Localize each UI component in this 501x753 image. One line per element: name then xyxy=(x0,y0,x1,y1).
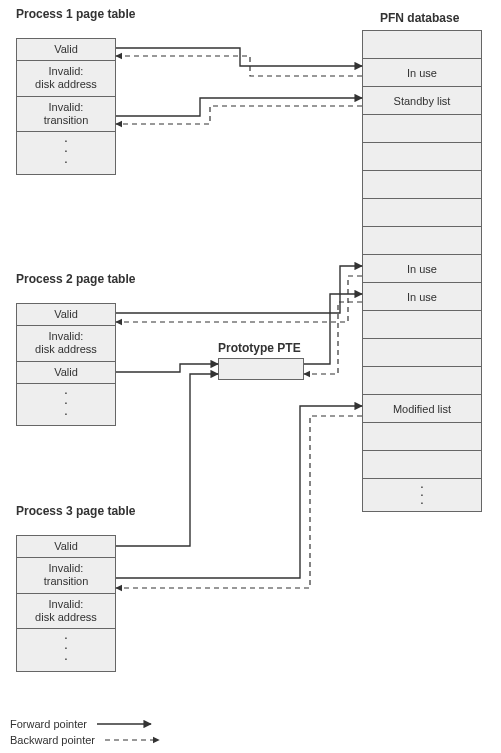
process1-table: Valid Invalid: disk address Invalid: tra… xyxy=(16,38,116,175)
p3-entry-invalid-disk: Invalid: disk address xyxy=(17,594,115,629)
p2-entry-invalid-disk: Invalid: disk address xyxy=(17,326,115,361)
pfn-row-standby: Standby list xyxy=(363,87,481,115)
diagram-stage: Process 1 page table Process 2 page tabl… xyxy=(0,0,501,753)
pfn-row xyxy=(363,143,481,171)
ellipsis xyxy=(17,415,115,425)
legend-backward: Backward pointer xyxy=(10,734,163,746)
process2-table: Valid Invalid: disk address Valid . . . xyxy=(16,303,116,426)
pfn-row-inuse: In use xyxy=(363,255,481,283)
ellipsis xyxy=(17,660,115,670)
p1-entry-invalid-transition: Invalid: transition xyxy=(17,97,115,132)
pfn-row-modified: Modified list xyxy=(363,395,481,423)
legend-backward-label: Backward pointer xyxy=(10,734,95,746)
p1-entry-valid: Valid xyxy=(17,39,115,61)
p2-entry-valid: Valid xyxy=(17,304,115,326)
pfn-row xyxy=(363,423,481,451)
pfn-row xyxy=(363,339,481,367)
pfn-row xyxy=(363,227,481,255)
ellipsis xyxy=(363,503,481,511)
pfn-row-inuse: In use xyxy=(363,283,481,311)
arrow-dashed-icon xyxy=(103,735,163,745)
process3-table: Valid Invalid: transition Invalid: disk … xyxy=(16,535,116,672)
pfn-row xyxy=(363,199,481,227)
pfn-row xyxy=(363,115,481,143)
pfn-row xyxy=(363,171,481,199)
legend-forward-label: Forward pointer xyxy=(10,718,87,730)
process1-title: Process 1 page table xyxy=(16,8,135,21)
process2-title: Process 2 page table xyxy=(16,273,135,286)
pfn-row-inuse: In use xyxy=(363,59,481,87)
process3-title: Process 3 page table xyxy=(16,505,135,518)
pfn-row xyxy=(363,311,481,339)
pfn-row xyxy=(363,31,481,59)
arrow-solid-icon xyxy=(95,719,155,729)
p3-entry-invalid-transition: Invalid: transition xyxy=(17,558,115,593)
pfn-row xyxy=(363,367,481,395)
legend-forward: Forward pointer xyxy=(10,718,155,730)
pfn-title: PFN database xyxy=(380,12,459,25)
p1-entry-invalid-disk: Invalid: disk address xyxy=(17,61,115,96)
pfn-database: In use Standby list In use In use Modifi… xyxy=(362,30,482,512)
prototype-pte-title: Prototype PTE xyxy=(218,341,301,355)
ellipsis xyxy=(17,163,115,173)
p3-entry-valid: Valid xyxy=(17,536,115,558)
prototype-pte-box xyxy=(218,358,304,380)
